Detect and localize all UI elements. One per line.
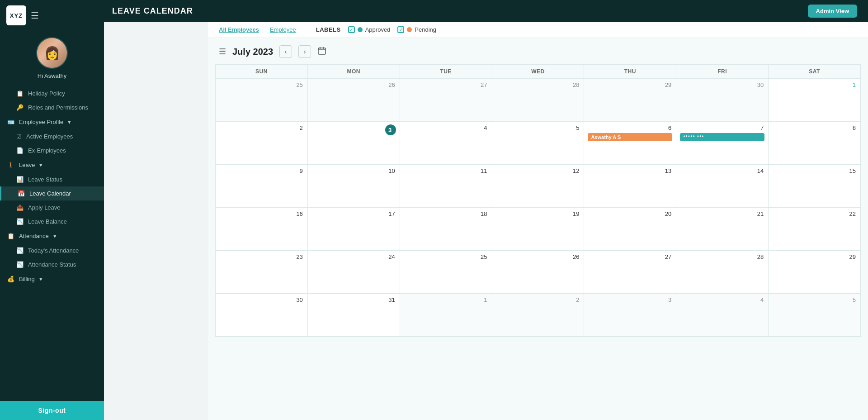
sidebar-item-attendance-status[interactable]: 📉 Attendance Status [0,258,104,272]
cal-cell-1-2[interactable]: 4 [400,122,492,165]
sidebar-item-label: Leave Balance [28,218,67,225]
cal-cell-3-5[interactable]: 21 [676,208,769,251]
pending-checkbox[interactable]: ✓ [397,26,404,33]
cal-cell-4-6[interactable]: 29 [769,251,861,294]
cal-cell-2-2[interactable]: 11 [400,165,492,208]
cal-cell-0-2[interactable]: 27 [400,79,492,122]
cal-cell-5-2[interactable]: 1 [400,294,492,337]
logo: XYZ [6,5,26,25]
cal-cell-2-6[interactable]: 15 [769,165,861,208]
cal-cell-3-1[interactable]: 17 [308,208,400,251]
cal-cell-2-5[interactable]: 14 [676,165,769,208]
cal-cell-0-0[interactable]: 25 [216,79,308,122]
sidebar-item-label: Apply Leave [28,204,61,211]
cal-cell-2-0[interactable]: 9 [216,165,308,208]
cal-cell-5-3[interactable]: 2 [492,294,585,337]
chart-icon: 📊 [16,176,24,183]
cal-header-tue: TUE [400,65,492,79]
cal-date-5-3: 2 [496,296,580,303]
cal-cell-1-3[interactable]: 5 [492,122,585,165]
sidebar-item-roles-permissions[interactable]: 🔑 Roles and Permissions [0,100,104,115]
cal-cell-1-0[interactable]: 2 [216,122,308,165]
calendar-menu-icon[interactable]: ☰ [219,47,226,57]
cal-event[interactable]: ***** *** [680,133,764,141]
calendar-nav: ☰ July 2023 ‹ › [215,43,861,60]
sidebar-item-leave-calendar[interactable]: 📅 Leave Calendar [0,186,104,200]
cal-cell-4-3[interactable]: 26 [492,251,585,294]
sidebar-item-label: Leave [19,162,35,168]
cal-cell-3-0[interactable]: 16 [216,208,308,251]
cal-cell-1-1[interactable]: 3 [308,122,400,165]
admin-view-button[interactable]: Admin View [808,5,857,18]
cal-cell-1-5[interactable]: 7***** *** [676,122,769,165]
cal-cell-5-4[interactable]: 3 [584,294,676,337]
sidebar-item-leave-status[interactable]: 📊 Leave Status [0,172,104,186]
sidebar-item-holiday-policy[interactable]: 📋 Holiday Policy [0,86,104,100]
cal-event[interactable]: Aswathy A S [588,133,672,141]
cal-cell-3-6[interactable]: 22 [769,208,861,251]
sidebar-item-attendance-group[interactable]: 📋 Attendance ▾ [0,229,104,243]
filter-all-employees[interactable]: All Employees [219,26,259,33]
cal-cell-5-5[interactable]: 4 [676,294,769,337]
sidebar-item-leave-group[interactable]: 🚶 Leave ▾ [0,158,104,172]
labels-title: LABELS [316,26,341,33]
sidebar-item-ex-employees[interactable]: 📄 Ex-Employees [0,143,104,158]
cal-cell-4-4[interactable]: 27 [584,251,676,294]
cal-cell-0-5[interactable]: 30 [676,79,769,122]
label-approved: ✓ Approved [348,26,391,33]
sidebar-item-todays-attendance[interactable]: 📉 Today's Attendance [0,243,104,258]
cal-cell-4-0[interactable]: 23 [216,251,308,294]
approved-checkbox[interactable]: ✓ [348,26,355,33]
signout-button[interactable]: Sign-out [0,401,104,420]
chevron-down-icon: ▾ [39,276,42,282]
calendar-container: ☰ July 2023 ‹ › SUN MON TUE WED THU FRI … [208,38,868,420]
labels-section: LABELS ✓ Approved ✓ Pending [316,26,436,33]
main-content: All Employees Employee LABELS ✓ Approved… [208,22,868,420]
calendar-next-button[interactable]: › [298,45,311,58]
cal-cell-2-4[interactable]: 13 [584,165,676,208]
cal-date-4-4: 27 [588,253,672,260]
cal-date-5-5: 4 [680,296,764,303]
sidebar-item-leave-balance[interactable]: 📉 Leave Balance [0,215,104,229]
sidebar-item-label: Holiday Policy [28,90,65,97]
cal-cell-1-6[interactable]: 8 [769,122,861,165]
cal-header-fri: FRI [676,65,769,79]
cal-cell-4-2[interactable]: 25 [400,251,492,294]
upload-icon: 📤 [16,204,24,211]
cal-date-2-6: 15 [772,167,857,174]
cal-cell-3-4[interactable]: 20 [584,208,676,251]
sidebar-item-billing-group[interactable]: 💰 Billing ▾ [0,272,104,286]
cal-date-3-1: 17 [311,210,396,217]
cal-cell-3-2[interactable]: 18 [400,208,492,251]
cal-cell-0-4[interactable]: 29 [584,79,676,122]
sidebar-item-active-employees[interactable]: ☑ Active Employees [0,129,104,143]
cal-cell-5-0[interactable]: 30 [216,294,308,337]
cal-cell-0-1[interactable]: 26 [308,79,400,122]
cal-date-0-1: 26 [311,81,396,88]
cal-cell-4-5[interactable]: 28 [676,251,769,294]
cal-cell-5-1[interactable]: 31 [308,294,400,337]
user-greeting: Hi Aswathy [38,72,66,79]
id-card-icon: 🪪 [7,119,14,125]
sidebar-header: XYZ ☰ [0,0,104,31]
sidebar-item-apply-leave[interactable]: 📤 Apply Leave [0,200,104,215]
cal-cell-0-3[interactable]: 28 [492,79,585,122]
cal-date-0-0: 25 [219,81,304,88]
sidebar-item-employee-profile[interactable]: 🪪 Employee Profile ▾ [0,115,104,129]
calendar-prev-button[interactable]: ‹ [279,45,292,58]
cal-date-0-4: 29 [588,81,672,88]
cal-cell-5-6[interactable]: 5 [769,294,861,337]
sidebar-item-label: Billing [19,276,35,282]
chevron-down-icon: ▾ [53,233,57,239]
cal-cell-2-1[interactable]: 10 [308,165,400,208]
cal-cell-3-3[interactable]: 19 [492,208,585,251]
cal-cell-1-4[interactable]: 6Aswathy A S [584,122,676,165]
label-pending: ✓ Pending [397,26,436,33]
cal-cell-4-1[interactable]: 24 [308,251,400,294]
cal-cell-0-6[interactable]: 1 [769,79,861,122]
calendar-today-button[interactable] [317,46,326,57]
hamburger-icon[interactable]: ☰ [31,10,39,21]
cal-cell-2-3[interactable]: 12 [492,165,585,208]
filter-employee[interactable]: Employee [270,26,296,33]
approved-dot [358,27,363,32]
